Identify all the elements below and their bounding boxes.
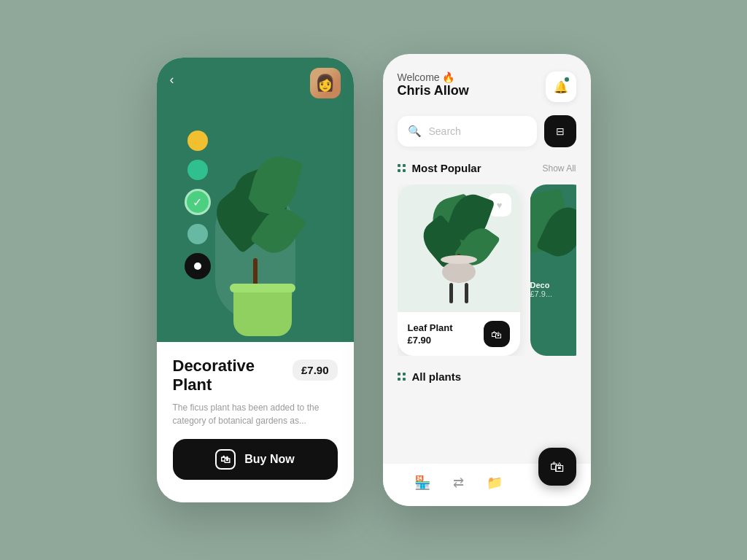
most-popular-title: Most Popular <box>398 162 481 174</box>
notification-button[interactable]: 🔔 <box>546 71 576 102</box>
swatch-teal[interactable] <box>187 160 208 180</box>
products-row: ♥ <box>398 184 576 356</box>
card-plant-1 <box>419 194 499 303</box>
add-to-cart-button-1[interactable]: 🛍 <box>484 321 510 347</box>
product-detail-bottom: Decorative Plant £7.90 The ficus plant h… <box>157 342 354 502</box>
welcome-text: Welcome 🔥 <box>398 71 469 83</box>
card-name-2: Deco <box>530 281 576 289</box>
card-text-1: Leaf Plant £7.90 <box>408 322 453 346</box>
search-icon: 🔍 <box>408 125 422 138</box>
all-plants-title: All plants <box>412 370 462 383</box>
dot-ap-2 <box>403 373 406 376</box>
back-button[interactable]: ‹ <box>170 72 174 88</box>
plant-leaves <box>212 156 307 302</box>
user-name: Chris Allow <box>398 83 469 98</box>
product-detail-top: ‹ 👩 ✓ <box>157 58 354 342</box>
dot-2 <box>403 164 406 167</box>
nav-home-button[interactable]: 🏪 <box>414 474 431 491</box>
card-image-area-1: ♥ <box>398 184 520 312</box>
buy-now-button[interactable]: 🛍 Buy Now <box>173 439 338 480</box>
swatch-green-selected[interactable]: ✓ <box>185 189 211 215</box>
nav-transfer-button[interactable]: ⇄ <box>449 474 467 491</box>
product-card-1[interactable]: ♥ <box>398 184 520 356</box>
dot-1 <box>398 164 400 167</box>
card-pot-stand-1 <box>441 283 477 303</box>
dot-ap-4 <box>403 378 406 381</box>
filter-icon: ⊟ <box>556 125 565 137</box>
app-header: Welcome 🔥 Chris Allow 🔔 <box>398 71 576 102</box>
card-price-2: £7.9... <box>530 289 576 298</box>
color-swatch-list: ✓ <box>185 131 211 279</box>
swatch-yellow[interactable] <box>187 131 208 151</box>
fab-cart-button[interactable]: 🛍 <box>538 448 576 486</box>
product-header: Decorative Plant £7.90 <box>173 357 338 395</box>
stand-leg-1 <box>449 283 453 303</box>
stand-leg-2 <box>465 283 468 303</box>
app-content: Welcome 🔥 Chris Allow 🔔 🔍 Search ⊟ <box>383 54 591 464</box>
dot-4 <box>403 169 406 172</box>
price-badge: £7.90 <box>293 359 338 381</box>
all-plants-section: All plants <box>398 370 576 383</box>
product-description: The ficus plant has been added to the ca… <box>173 401 338 427</box>
swatch-light-teal[interactable] <box>187 224 208 244</box>
pot-rim <box>230 284 295 292</box>
avatar-image: 👩 <box>310 68 341 98</box>
most-popular-header: Most Popular Show All <box>398 162 576 174</box>
card-price-1: £7.90 <box>408 335 453 346</box>
card-info-1: Leaf Plant £7.90 🛍 <box>398 312 520 356</box>
nav-folder-button[interactable]: 📁 <box>486 474 503 491</box>
search-bar: 🔍 Search ⊟ <box>398 115 576 147</box>
product-title: Decorative Plant <box>173 357 293 395</box>
product-card-2[interactable]: Deco £7.9... <box>530 184 576 356</box>
notification-dot <box>563 76 570 83</box>
cart-icon: 🛍 <box>215 449 236 470</box>
buy-now-label: Buy Now <box>244 453 294 466</box>
card-pot-1 <box>441 255 477 303</box>
filter-button[interactable]: ⊟ <box>544 115 576 147</box>
show-all-button[interactable]: Show All <box>542 163 576 174</box>
left-phone: ‹ 👩 ✓ Decorative Plant £7.90 <box>157 58 354 502</box>
swatch-black[interactable] <box>185 253 211 279</box>
welcome-section: Welcome 🔥 Chris Allow <box>398 71 469 98</box>
right-phone: Welcome 🔥 Chris Allow 🔔 🔍 Search ⊟ <box>383 54 591 506</box>
partial-leaf-area <box>530 184 576 272</box>
avatar[interactable]: 👩 <box>310 68 341 98</box>
search-input-wrapper[interactable]: 🔍 Search <box>398 116 537 147</box>
search-placeholder: Search <box>429 125 461 137</box>
section-dots-icon <box>398 164 406 172</box>
all-plants-dots-icon <box>398 373 406 381</box>
pot-body <box>233 292 292 336</box>
dot-ap-1 <box>398 373 400 376</box>
dot-3 <box>398 169 400 172</box>
card-name-1: Leaf Plant <box>408 322 453 333</box>
bottom-navigation: 🏪 ⇄ 📁 🛍 <box>383 464 591 506</box>
card-pot-body-1 <box>442 261 476 283</box>
plant-pot <box>226 284 299 342</box>
most-popular-label: Most Popular <box>412 162 481 174</box>
dot-ap-3 <box>398 378 400 381</box>
card-pot-top-1 <box>441 255 477 264</box>
